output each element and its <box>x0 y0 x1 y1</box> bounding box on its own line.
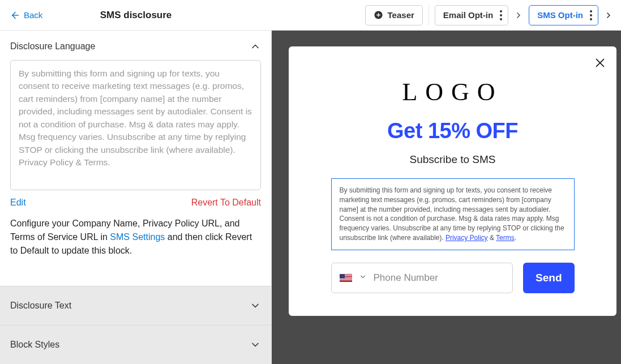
page-title: SMS disclosure <box>100 10 172 21</box>
email-optin-label: Email Opt-in <box>443 10 493 20</box>
preview-panel: LOGO Get 15% OFF Subscribe to SMS By sub… <box>272 31 621 364</box>
chevron-down-icon[interactable] <box>359 273 367 282</box>
chevron-up-icon <box>250 41 261 52</box>
promo-headline: Get 15% OFF <box>387 119 518 143</box>
top-left: Back SMS disclosure <box>0 0 272 30</box>
disclosure-textarea[interactable] <box>10 60 261 190</box>
config-help-text: Configure your Company Name, Privacy Pol… <box>10 217 261 258</box>
left-panel: Disclosure Language Edit Revert To Defau… <box>0 31 272 364</box>
chevron-down-icon <box>250 300 261 311</box>
period-text: . <box>515 234 516 242</box>
us-flag-icon[interactable] <box>340 274 352 282</box>
form-row: Phone Number Send <box>331 263 575 293</box>
logo: LOGO <box>402 78 503 106</box>
send-button[interactable]: Send <box>523 263 574 293</box>
phone-placeholder: Phone Number <box>374 272 438 284</box>
sms-optin-step-button[interactable]: SMS Opt-in <box>529 5 598 25</box>
top-right: Teaser Email Opt-in SMS Opt-in <box>272 5 621 25</box>
phone-input[interactable]: Phone Number <box>331 263 513 293</box>
back-label: Back <box>24 10 42 20</box>
disclosure-language-header[interactable]: Disclosure Language <box>0 31 271 60</box>
disclosure-text-label: Disclosure Text <box>10 301 71 311</box>
chevron-down-icon <box>250 339 261 350</box>
main: Disclosure Language Edit Revert To Defau… <box>0 31 621 364</box>
arrow-left-icon <box>10 10 20 20</box>
promo-subhead: Subscribe to SMS <box>409 153 495 166</box>
terms-link[interactable]: Terms <box>496 234 515 242</box>
sms-settings-link[interactable]: SMS Settings <box>110 232 165 242</box>
more-vertical-icon[interactable] <box>590 10 592 20</box>
amp-text: & <box>488 234 496 242</box>
edit-link[interactable]: Edit <box>10 198 26 208</box>
disclosure-box[interactable]: By submitting this form and signing up f… <box>331 178 575 250</box>
chevron-right-icon <box>514 11 523 20</box>
teaser-step-button[interactable]: Teaser <box>365 5 423 25</box>
top-bar: Back SMS disclosure Teaser Email Opt-in … <box>0 0 621 31</box>
block-styles-label: Block Styles <box>10 340 59 350</box>
revert-link[interactable]: Revert To Default <box>191 198 261 208</box>
step-divider <box>429 5 429 25</box>
actions-row: Edit Revert To Default <box>10 198 261 208</box>
privacy-policy-link[interactable]: Privacy Policy <box>446 234 488 242</box>
disclosure-language-title: Disclosure Language <box>10 41 95 52</box>
more-vertical-icon[interactable] <box>500 10 502 20</box>
plus-circle-icon <box>374 10 383 20</box>
back-button[interactable]: Back <box>10 10 42 20</box>
teaser-label: Teaser <box>388 10 414 20</box>
close-button[interactable] <box>594 57 606 69</box>
disclosure-text-section[interactable]: Disclosure Text <box>0 286 271 325</box>
preview-card: LOGO Get 15% OFF Subscribe to SMS By sub… <box>289 46 616 316</box>
disclosure-language-body: Edit Revert To Default Configure your Co… <box>0 60 271 268</box>
block-styles-section[interactable]: Block Styles <box>0 325 271 364</box>
collapsed-sections: Disclosure Text Block Styles <box>0 286 271 364</box>
sms-optin-label: SMS Opt-in <box>537 10 583 20</box>
email-optin-step-button[interactable]: Email Opt-in <box>435 5 508 25</box>
chevron-right-icon[interactable] <box>604 11 613 20</box>
